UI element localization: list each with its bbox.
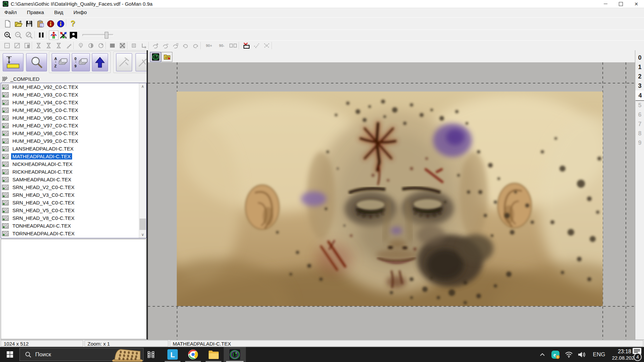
mip-level-5[interactable]: 5 xyxy=(635,101,644,110)
list-item[interactable]: SRN_HEAD_V4_C0-C.TEX xyxy=(1,199,146,206)
notification-count-badge[interactable]: 4 xyxy=(634,353,642,361)
measure-button[interactable] xyxy=(3,53,23,71)
info-red-icon[interactable] xyxy=(46,19,55,28)
view-rgb-icon[interactable] xyxy=(59,31,68,40)
list-item[interactable]: TORNHEADPALADI-C.TEX xyxy=(1,230,146,237)
task-view-button[interactable] xyxy=(144,347,158,362)
alpha-slider[interactable] xyxy=(83,34,113,36)
scroll-up-button[interactable]: ∧ xyxy=(139,83,146,90)
list-item[interactable]: RICKHEADPALADI-C.TEX xyxy=(1,168,146,176)
pause-icon[interactable] xyxy=(37,31,46,40)
zoom-in-icon[interactable] xyxy=(3,31,12,40)
colosseum-app-icon[interactable] xyxy=(111,347,144,362)
file-list-scrollbar[interactable]: ∧ ∨ xyxy=(139,83,146,238)
sort-numeric-button[interactable]: 09 xyxy=(72,53,90,71)
start-button[interactable] xyxy=(0,347,19,362)
rotate-corner-icon[interactable] xyxy=(140,41,148,50)
open-file-icon[interactable] xyxy=(14,19,23,28)
taskbar-app-chrome[interactable] xyxy=(183,347,203,362)
export-flag-icon[interactable] xyxy=(242,41,251,50)
tab-file-info[interactable] xyxy=(161,52,172,62)
checker-square-icon[interactable] xyxy=(118,41,127,50)
file-list[interactable]: HUM_HEAD_V92_C0-C.TEXHUM_HEAD_V93_C0-C.T… xyxy=(1,83,147,238)
mip-level-4[interactable]: 4 xyxy=(635,90,644,101)
rotate-90-plus-icon[interactable]: 90+ xyxy=(203,41,215,50)
eset-tray-icon[interactable]: e! xyxy=(549,347,561,362)
save-icon[interactable] xyxy=(25,19,34,28)
rotate-minus2-icon[interactable] xyxy=(171,41,180,50)
steps-icon[interactable] xyxy=(64,41,73,50)
rotate-90-minus-icon[interactable]: 90- xyxy=(216,41,227,50)
language-indicator[interactable]: ENG xyxy=(590,347,608,362)
solid-square-icon[interactable] xyxy=(108,41,117,50)
contrast-icon[interactable] xyxy=(87,41,95,50)
rotate-a-icon[interactable] xyxy=(181,41,190,50)
list-item[interactable]: SRN_HEAD_V5_C0-C.TEX xyxy=(1,206,146,214)
menu-file[interactable]: Файл xyxy=(0,8,21,17)
frame-slash-icon[interactable] xyxy=(13,41,21,50)
mip-level-7[interactable]: 7 xyxy=(635,119,644,129)
tab-texture-view[interactable] xyxy=(150,52,161,62)
scroll-down-button[interactable]: ∨ xyxy=(139,231,146,238)
mip-level-9[interactable]: 9 xyxy=(635,138,644,147)
mip-level-6[interactable]: 6 xyxy=(635,110,644,119)
archive-root[interactable]: _COMPILED xyxy=(2,75,40,82)
taskbar-app-goman-active[interactable] xyxy=(224,347,246,362)
beam-icon-3[interactable] xyxy=(54,41,63,50)
mip-level-0[interactable]: 0 xyxy=(635,53,644,62)
tray-expand-button[interactable] xyxy=(537,347,548,362)
list-item[interactable]: HUM_HEAD_V95_C0-C.TEX xyxy=(1,106,146,114)
info-blue-icon[interactable] xyxy=(56,19,65,28)
list-item[interactable]: HUM_HEAD_V97_C0-C.TEX xyxy=(1,122,146,129)
list-item[interactable]: HUM_HEAD_V92_C0-C.TEX xyxy=(1,83,146,91)
volume-tray-icon[interactable] xyxy=(576,347,588,362)
list-item[interactable]: HUM_HEAD_V94_C0-C.TEX xyxy=(1,99,146,106)
beam-icon-2[interactable] xyxy=(44,41,53,50)
tool-button-1[interactable] xyxy=(116,53,132,71)
beam-icon-1[interactable] xyxy=(34,41,43,50)
menu-view[interactable]: Вид xyxy=(50,8,67,17)
find-button[interactable] xyxy=(26,53,47,71)
mip-level-3[interactable]: 3 xyxy=(635,81,644,90)
mip-level-8[interactable]: 8 xyxy=(635,129,644,138)
frame-icon[interactable] xyxy=(3,41,11,50)
list-item[interactable]: SAMHEADPALADI-C.TEX xyxy=(1,176,146,183)
minimize-button[interactable] xyxy=(598,0,613,8)
zoom-out-icon[interactable] xyxy=(14,31,23,40)
tool-button-2[interactable] xyxy=(136,53,147,71)
mip-level-1[interactable]: 1 xyxy=(635,62,644,72)
list-item[interactable]: LANSHEADPALADI-C.TEX xyxy=(1,145,146,153)
paste-icon[interactable] xyxy=(36,19,45,28)
help-icon[interactable]: ? xyxy=(68,19,77,28)
sort-alpha-button[interactable]: AZ xyxy=(52,53,70,71)
mirror-icon[interactable] xyxy=(229,41,237,50)
rotate-b-icon[interactable] xyxy=(191,41,200,50)
list-item[interactable]: HUM_HEAD_V98_C0-C.TEX xyxy=(1,129,146,137)
dot-circle-icon[interactable] xyxy=(97,41,105,50)
taskbar-app-explorer[interactable] xyxy=(203,347,224,362)
frame-half-icon[interactable] xyxy=(23,41,32,50)
bulb-icon[interactable] xyxy=(76,41,85,50)
slider-thumb[interactable] xyxy=(105,32,108,39)
list-item[interactable]: HUM_HEAD_V99_C0-C.TEX xyxy=(1,137,146,145)
taskbar-app-lightshot[interactable]: L xyxy=(162,347,183,362)
new-file-icon[interactable] xyxy=(3,19,12,28)
small-frame-icon[interactable] xyxy=(129,41,138,50)
list-item[interactable]: MATHEADPALADI-C.TEX xyxy=(1,153,146,160)
texture-canvas[interactable] xyxy=(148,62,635,340)
menu-edit[interactable]: Правка xyxy=(22,8,48,17)
rotate-plus-icon[interactable] xyxy=(151,41,160,50)
mip-level-2[interactable]: 2 xyxy=(635,72,644,81)
list-item[interactable]: SRN_HEAD_V8_C0-C.TEX xyxy=(1,214,146,222)
list-item[interactable]: NICKHEADPALADI-C.TEX xyxy=(1,160,146,168)
maximize-button[interactable] xyxy=(613,0,629,8)
list-item[interactable]: SRN_HEAD_V3_C0-C.TEX xyxy=(1,191,146,199)
list-item[interactable]: HUM_HEAD_V96_C0-C.TEX xyxy=(1,114,146,122)
up-level-button[interactable] xyxy=(92,53,108,71)
wifi-tray-icon[interactable] xyxy=(563,347,575,362)
view-preview-icon[interactable] xyxy=(69,31,78,40)
list-item[interactable]: HUM_HEAD_V93_C0-C.TEX xyxy=(1,91,146,99)
dotted-check-icon[interactable] xyxy=(252,41,261,50)
list-item[interactable]: TONHEADPALADI-C.TEX xyxy=(1,222,146,230)
close-button[interactable]: × xyxy=(629,0,644,8)
